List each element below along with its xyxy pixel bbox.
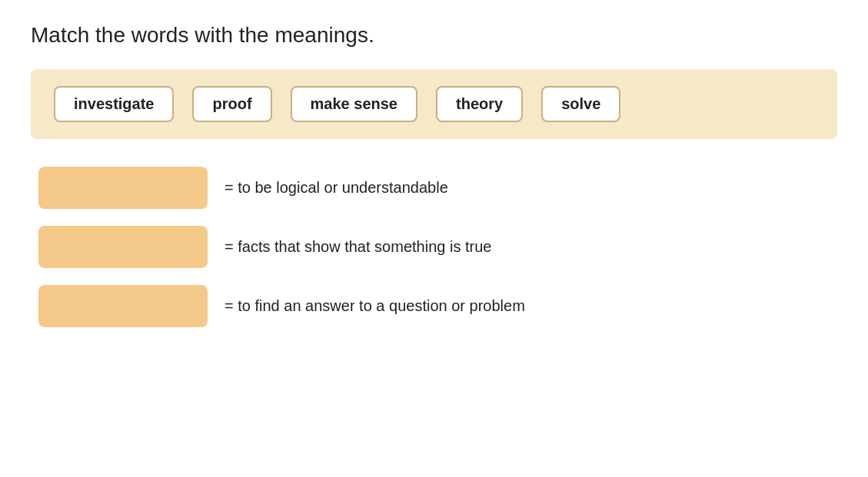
definition-text-1: = to be logical or understandable xyxy=(224,179,448,197)
match-row-1: = to be logical or understandable xyxy=(38,167,837,209)
match-list: = to be logical or understandable= facts… xyxy=(31,167,837,327)
word-chip-make-sense[interactable]: make sense xyxy=(291,86,417,122)
word-chip-investigate[interactable]: investigate xyxy=(54,86,174,122)
answer-box-1[interactable] xyxy=(38,167,208,209)
match-row-3: = to find an answer to a question or pro… xyxy=(38,285,837,327)
answer-box-2[interactable] xyxy=(38,226,208,268)
word-chip-solve[interactable]: solve xyxy=(541,86,620,122)
word-bank: investigateproofmake sensetheorysolve xyxy=(31,69,837,139)
definition-text-3: = to find an answer to a question or pro… xyxy=(224,297,525,315)
answer-box-3[interactable] xyxy=(38,285,208,327)
word-chip-proof[interactable]: proof xyxy=(192,86,271,122)
definition-text-2: = facts that show that something is true xyxy=(224,238,491,256)
page-title: Match the words with the meanings. xyxy=(31,23,837,48)
word-chip-theory[interactable]: theory xyxy=(436,86,523,122)
match-row-2: = facts that show that something is true xyxy=(38,226,837,268)
